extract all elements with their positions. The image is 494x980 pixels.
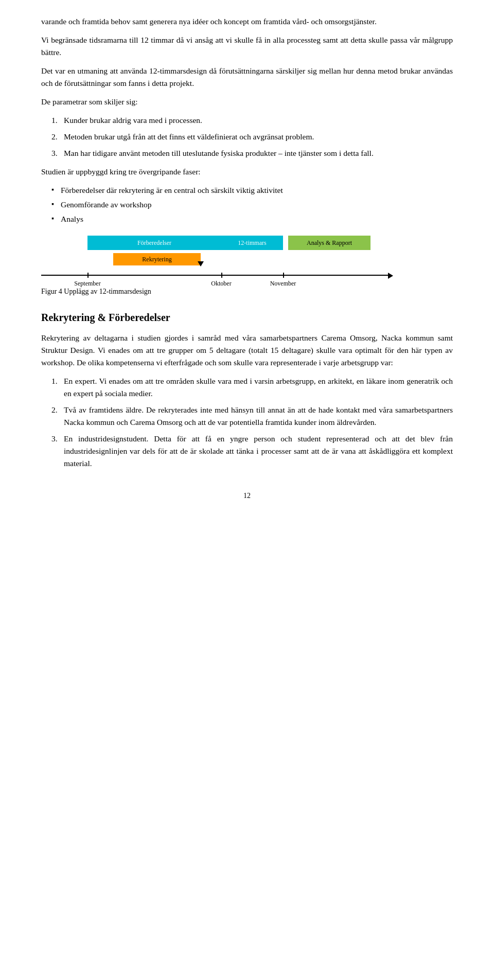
section-heading: Rekrytering & Förberedelser — [41, 310, 453, 326]
parameters-list: Kunder brukar aldrig vara med i processe… — [51, 114, 453, 159]
param-item-1: Kunder brukar aldrig vara med i processe… — [51, 114, 453, 127]
arrow-down-icon — [198, 261, 204, 266]
tick-september — [87, 273, 89, 278]
rekrytering-row: Rekrytering — [41, 252, 453, 266]
timeline-figure: Förberedelser 12-timmars Analys & Rappor… — [41, 236, 453, 297]
phase-item-1: Förberedelser där rekrytering är en cent… — [51, 184, 453, 197]
competence-item-2: Två av framtidens äldre. De rekryterades… — [51, 404, 453, 429]
paragraph-3b: De parametrar som skiljer sig: — [41, 96, 453, 108]
phase-item-3: Analys — [51, 213, 453, 225]
phases-list: Förberedelser där rekrytering är en cent… — [51, 184, 453, 225]
competence-3-label: En industridesignstudent. — [64, 434, 149, 443]
param-item-3: Man har tidigare använt metoden till ute… — [51, 147, 453, 159]
competence-2-label: Två av framtidens äldre. — [64, 405, 144, 414]
timeline-bars-row: Förberedelser 12-timmars Analys & Rappor… — [41, 236, 453, 250]
bar-rekrytering: Rekrytering — [113, 253, 201, 265]
axis-line — [41, 275, 391, 276]
competence-1-text: Vi enades om att tre områden skulle vara… — [64, 377, 453, 398]
tick-label-september: September — [74, 279, 100, 289]
competence-list: En expert. Vi enades om att tre områden … — [51, 375, 453, 470]
competence-item-3: En industridesignstudent. Detta för att … — [51, 433, 453, 470]
timeline-axis: September Oktober November — [41, 271, 391, 282]
tick-oktober — [221, 273, 222, 278]
page-number: 12 — [41, 490, 453, 502]
tick-november — [283, 273, 284, 278]
bar-forberedelser: Förberedelser — [87, 236, 221, 250]
competence-item-1: En expert. Vi enades om att tre områden … — [51, 375, 453, 400]
paragraph-3: Det var en utmaning att använda 12-timma… — [41, 65, 453, 90]
bar-12timmars: 12-timmars — [221, 236, 283, 250]
axis-arrow-icon — [388, 273, 393, 279]
figure-caption: Figur 4 Upplägg av 12-timmarsdesign — [41, 286, 453, 297]
param-item-2: Metoden brukar utgå från att det finns e… — [51, 131, 453, 143]
competence-1-label: En expert. — [64, 377, 97, 385]
timeline-wrapper: Förberedelser 12-timmars Analys & Rappor… — [41, 236, 453, 282]
section-paragraph-1: Rekrytering av deltagarna i studien gjor… — [41, 332, 453, 369]
tick-label-oktober: Oktober — [211, 279, 231, 289]
paragraph-1: varande och framtida behov samt generera… — [41, 15, 453, 28]
paragraph-2: Vi begränsade tidsramarna till 12 timmar… — [41, 34, 453, 59]
paragraph-4: Studien är uppbyggd kring tre övergripan… — [41, 166, 453, 178]
tick-label-november: November — [270, 279, 296, 289]
phase-item-2: Genomförande av workshop — [51, 199, 453, 211]
bar-analys: Analys & Rapport — [288, 236, 370, 250]
